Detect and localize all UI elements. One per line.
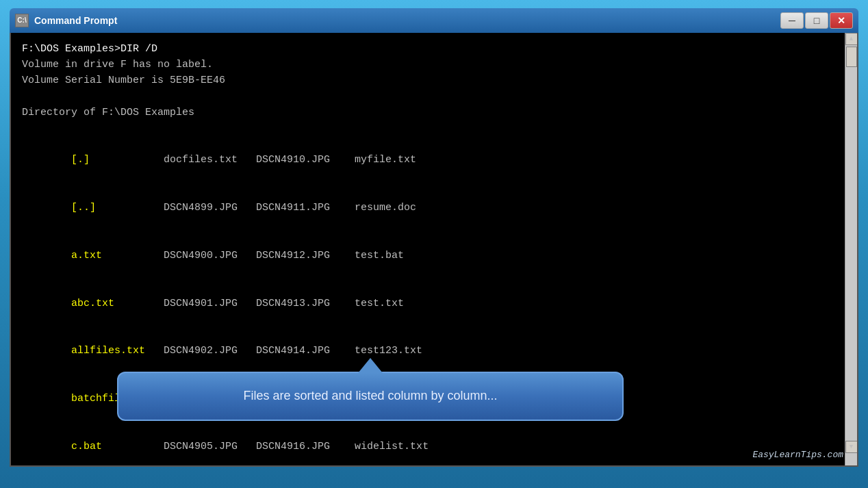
watermark: EasyLearnTips.com [752, 450, 843, 460]
minimize-button[interactable]: ─ [780, 12, 804, 29]
file-col4-3: test.txt [355, 298, 404, 309]
file-col2-0: docfiles.txt [164, 154, 256, 166]
file-col1-4: allfiles.txt [71, 345, 164, 357]
file-row-2: a.txt DSCN4900.JPG DSCN4912.JPG test.bat [22, 232, 832, 280]
file-col3-1: DSCN4911.JPG [256, 202, 355, 214]
tooltip-text: Files are sorted and listed column by co… [243, 389, 497, 403]
file-col4-2: test.bat [355, 250, 404, 261]
file-col3-0: DSCN4910.JPG [256, 154, 355, 166]
file-col1-3: abc.txt [71, 298, 164, 309]
console-body: ▲ ▼ F:\DOS Examples>DIR /D Volume in dri… [10, 33, 858, 467]
volume-label-line: Volume in drive F has no label. [22, 57, 832, 73]
blank-line-1 [22, 88, 832, 104]
file-col3-2: DSCN4912.JPG [256, 250, 355, 261]
close-button[interactable]: ✕ [830, 12, 853, 29]
scroll-down-arrow[interactable]: ▼ [845, 441, 858, 453]
file-col4-6: widelist.txt [355, 441, 429, 452]
window-title: Command Prompt [34, 15, 780, 26]
file-col4-0: myfile.txt [355, 154, 416, 166]
file-row-3: abc.txt DSCN4901.JPG DSCN4913.JPG test.t… [22, 279, 832, 327]
file-col2-6: DSCN4905.JPG [164, 441, 256, 452]
file-col2-1: DSCN4899.JPG [164, 202, 256, 214]
maximize-button[interactable]: □ [805, 12, 828, 29]
scroll-thumb[interactable] [846, 47, 857, 67]
title-bar: C:\ Command Prompt ─ □ ✕ [10, 8, 858, 33]
file-col1-0: [.] [71, 154, 164, 166]
file-col1-1: [..] [71, 202, 164, 214]
window-controls: ─ □ ✕ [780, 12, 853, 29]
file-col1-6: c.bat [71, 441, 164, 452]
serial-number-line: Volume Serial Number is 5E9B-EE46 [22, 73, 832, 88]
file-col3-4: DSCN4914.JPG [256, 345, 355, 357]
file-row-1: [..] DSCN4899.JPG DSCN4911.JPG resume.do… [22, 184, 832, 232]
file-col2-2: DSCN4900.JPG [164, 250, 256, 261]
file-col2-3: DSCN4901.JPG [164, 298, 256, 309]
file-col4-1: resume.doc [355, 202, 416, 214]
scrollbar[interactable]: ▲ ▼ [845, 33, 857, 465]
window-icon: C:\ [15, 14, 29, 27]
file-row-4: allfiles.txt DSCN4902.JPG DSCN4914.JPG t… [22, 327, 832, 375]
directory-line: Directory of F:\DOS Examples [22, 105, 832, 120]
command-line: F:\DOS Examples>DIR /D [22, 41, 832, 57]
file-col3-3: DSCN4913.JPG [256, 298, 355, 309]
file-row-0: [.] docfiles.txt DSCN4910.JPG myfile.txt [22, 136, 832, 184]
file-col3-6: DSCN4916.JPG [256, 441, 355, 452]
file-col4-4: test123.txt [355, 345, 422, 357]
scroll-up-arrow[interactable]: ▲ [845, 33, 858, 45]
file-col1-2: a.txt [71, 250, 164, 261]
blank-line-2 [22, 120, 832, 136]
file-col2-4: DSCN4902.JPG [164, 345, 256, 357]
file-row-6: c.bat DSCN4905.JPG DSCN4916.JPG widelist… [22, 423, 832, 467]
cmd-window: C:\ Command Prompt ─ □ ✕ ▲ ▼ F:\DOS Exam… [10, 8, 858, 467]
tooltip-bubble: Files are sorted and listed column by co… [117, 372, 624, 421]
